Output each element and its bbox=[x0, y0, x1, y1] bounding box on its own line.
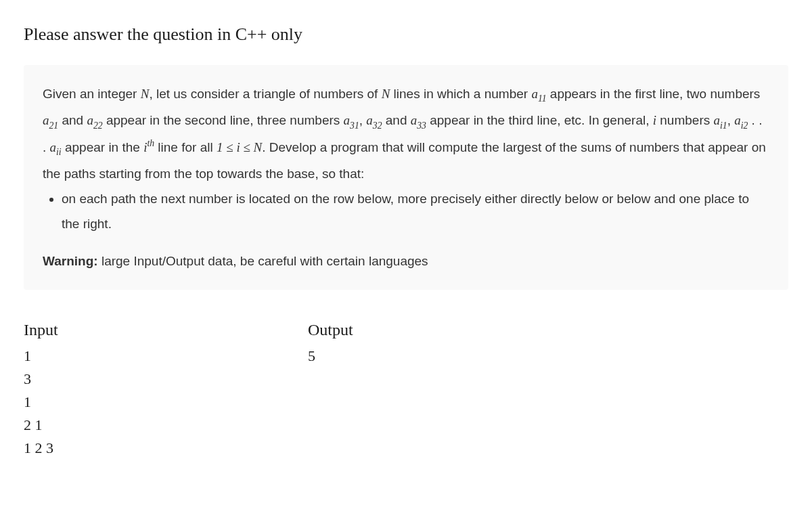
output-column: Output 5 bbox=[308, 317, 592, 460]
warning-text: large Input/Output data, be careful with… bbox=[98, 254, 428, 268]
math-var-aii: aii bbox=[50, 140, 62, 154]
math-var-a31: a31 bbox=[344, 113, 359, 127]
text-fragment: line for all bbox=[154, 140, 217, 154]
problem-statement: Given an integer N, let us consider a tr… bbox=[24, 65, 788, 290]
warning-line: Warning: large Input/Output data, be car… bbox=[43, 248, 769, 274]
math-var-ith: ith bbox=[143, 140, 154, 154]
input-lines: 1 3 1 2 1 1 2 3 bbox=[24, 345, 308, 460]
io-section: Input 1 3 1 2 1 1 2 3 Output 5 bbox=[24, 317, 788, 460]
warning-label: Warning: bbox=[43, 254, 98, 268]
text-fragment: numbers bbox=[656, 113, 713, 127]
math-var-N: N bbox=[382, 87, 390, 101]
page-title: Please answer the question in C++ only bbox=[24, 20, 788, 49]
text-fragment: appears in the first line, two numbers bbox=[547, 87, 761, 101]
text-fragment: lines in which a number bbox=[390, 87, 531, 101]
math-var-a11: a11 bbox=[531, 87, 546, 101]
math-var-a21: a21 bbox=[43, 113, 58, 127]
text-fragment: appear in the second line, three numbers bbox=[103, 113, 344, 127]
text-fragment: , bbox=[359, 113, 367, 127]
text-fragment: Given an integer bbox=[43, 87, 141, 101]
output-header: Output bbox=[308, 317, 592, 343]
math-var-ai1: ai1 bbox=[714, 113, 727, 127]
text-fragment: appear in the bbox=[62, 140, 143, 154]
math-var-a32: a32 bbox=[366, 113, 382, 127]
bullet-list: on each path the next number is located … bbox=[43, 186, 769, 236]
bullet-item: on each path the next number is located … bbox=[62, 186, 769, 236]
output-lines: 5 bbox=[308, 345, 592, 368]
math-var-ai2: ai2 bbox=[734, 113, 748, 127]
text-fragment: , bbox=[727, 113, 735, 127]
math-var-a33: a33 bbox=[411, 113, 426, 127]
input-header: Input bbox=[24, 317, 308, 343]
math-var-a22: a22 bbox=[87, 113, 102, 127]
text-fragment: appear in the third line, etc. In genera… bbox=[426, 113, 653, 127]
input-column: Input 1 3 1 2 1 1 2 3 bbox=[24, 317, 308, 460]
math-var-N: N bbox=[141, 87, 150, 101]
math-range: 1 ≤ i ≤ N bbox=[217, 140, 262, 154]
text-fragment: and bbox=[58, 113, 87, 127]
text-fragment: , let us consider a triangle of numbers … bbox=[149, 87, 381, 101]
text-fragment: and bbox=[382, 113, 410, 127]
